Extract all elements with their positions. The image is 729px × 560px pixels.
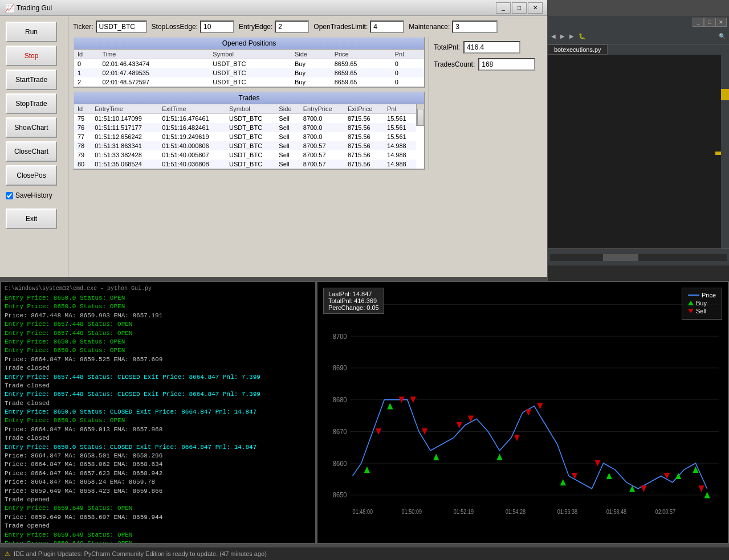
pycharm-maximize[interactable]: □ <box>704 18 715 27</box>
close-chart-button[interactable]: CloseChart <box>6 141 57 162</box>
pycharm-minimize[interactable]: _ <box>693 18 704 27</box>
entry-input[interactable] <box>275 21 309 33</box>
pycharm-forward[interactable]: ▶ <box>560 33 565 39</box>
legend-price-label: Price <box>702 292 716 299</box>
console-line: Trade closed <box>5 364 312 373</box>
pycharm-hscroll-thumb[interactable] <box>603 254 638 261</box>
cell-pnl: 15.561 <box>384 123 416 132</box>
trading-window: 📈 Trading Gui _ □ ✕ Run Stop StartTrade … <box>0 0 547 277</box>
show-chart-button[interactable]: ShowChart <box>6 117 57 138</box>
legend-buy-icon <box>688 301 694 305</box>
stop-trade-button[interactable]: StopTrade <box>6 93 57 114</box>
table-row: 2 02:01:48.572597 USDT_BTC Buy 8659.65 0 <box>74 77 424 87</box>
console-line: Price: 8664.847 MA: 8658.501 EMA: 8658.2… <box>5 452 312 460</box>
title-bar-controls: _ □ ✕ <box>496 2 543 14</box>
svg-marker-42 <box>641 485 646 492</box>
stoploss-input[interactable] <box>200 21 234 33</box>
total-pnl-input[interactable] <box>463 41 520 54</box>
table-row: 77 01:51:12.656242 01:51:19.249619 USDT_… <box>74 132 416 141</box>
save-history-label: SaveHistory <box>15 191 52 199</box>
svg-marker-35 <box>457 422 462 428</box>
chart-stats: LastPnl: 14.847 TotalPnl: 416.369 PercCh… <box>323 288 384 314</box>
pycharm-close[interactable]: ✕ <box>715 18 727 27</box>
table-row: 0 02:01:46.433474 USDT_BTC Buy 8659.65 0 <box>74 59 424 69</box>
trades-table: Id EntryTime ExitTime Symbol Side EntryP… <box>74 104 416 169</box>
cell-side: Sell <box>275 132 299 141</box>
svg-marker-37 <box>514 435 520 441</box>
cell-pnl: 0 <box>392 68 424 77</box>
left-panel: Run Stop StartTrade StopTrade ShowChart … <box>0 16 68 277</box>
cell-id: 76 <box>74 123 91 132</box>
pycharm-debug[interactable]: 🐛 <box>579 33 585 39</box>
table-row: 78 01:51:31.863341 01:51:40.000806 USDT_… <box>74 141 416 150</box>
bottom-split: C:\Windows\system32\cmd.exe - python Gui… <box>0 281 729 544</box>
console-line: Trade closed <box>5 382 312 390</box>
pycharm-search[interactable]: 🔍 <box>719 33 726 39</box>
trades-table-scroll: Id EntryTime ExitTime Symbol Side EntryP… <box>74 104 416 169</box>
cell-exit-price: 8715.56 <box>344 141 384 150</box>
exit-button[interactable]: Exit <box>6 209 57 229</box>
minimize-button[interactable]: _ <box>496 2 511 14</box>
pycharm-back[interactable]: ◀ <box>551 33 556 39</box>
save-history-checkbox[interactable] <box>6 192 13 199</box>
console-line: Entry Price: 8650.0 Status: OPEN <box>5 346 312 355</box>
entry-label: EntryEdge: <box>239 23 272 31</box>
chart-legend: Price Buy Sell <box>682 288 722 320</box>
pycharm-active-tab[interactable]: botexecutions.py <box>548 44 608 55</box>
cell-id: 78 <box>74 141 91 150</box>
upper-area: Opened Positions Id Time Symbol <box>73 36 543 170</box>
console-line: Entry Price: 8657.448 Status: OPEN <box>5 329 312 338</box>
cell-exit-time: 01:51:16.476461 <box>158 114 226 124</box>
opened-positions-section: Opened Positions Id Time Symbol <box>73 36 425 88</box>
app-body: Run Stop StartTrade StopTrade ShowChart … <box>0 16 547 277</box>
pycharm-run[interactable]: ▶ <box>569 33 574 39</box>
cell-side: Sell <box>275 114 299 124</box>
start-trade-button[interactable]: StartTrade <box>6 70 57 90</box>
cell-pnl: 15.561 <box>384 114 416 124</box>
console-line: Price: 8664.847 MA: 8659.525 EMA: 8657.6… <box>5 355 312 364</box>
console-area: C:\Windows\system32\cmd.exe - python Gui… <box>0 281 316 544</box>
cell-side: Sell <box>275 141 299 150</box>
close-button[interactable]: ✕ <box>528 2 543 14</box>
trades-scrollbar[interactable] <box>416 104 424 126</box>
cell-exit-price: 8715.56 <box>344 123 384 132</box>
cell-side: Sell <box>275 150 299 160</box>
maximize-button[interactable]: □ <box>512 2 527 14</box>
pycharm-window: _ □ ✕ ◀ ▶ ▶ 🐛 🔍 botexecutions.py Data Vi… <box>547 16 729 293</box>
console-title: C:\Windows\system32\cmd.exe - python Gui… <box>5 285 312 292</box>
run-button[interactable]: Run <box>6 22 57 42</box>
legend-price: Price <box>688 292 716 299</box>
table-row: 76 01:51:11.517177 01:51:16.482461 USDT_… <box>74 123 416 132</box>
pycharm-toolbar: ◀ ▶ ▶ 🐛 🔍 <box>548 28 729 44</box>
opened-positions-table: Id Time Symbol Side Price Pnl <box>74 50 424 87</box>
cell-pnl: 0 <box>392 59 424 69</box>
pycharm-hscroll[interactable] <box>550 254 727 261</box>
cell-entry-time: 01:51:33.382428 <box>91 150 158 160</box>
svg-text:01:58:48: 01:58:48 <box>606 509 626 516</box>
stats-panel: TotalPnl: TradesCount: <box>429 36 543 170</box>
console-line: Entry Price: 8657.448 Status: CLOSED Exi… <box>5 390 312 399</box>
cell-price: 8659.65 <box>331 77 392 87</box>
ticker-input[interactable] <box>96 21 147 33</box>
console-line: Entry Price: 8650.0 Status: CLOSED Exit … <box>5 408 312 416</box>
trades-col-symbol: Symbol <box>226 104 275 114</box>
total-pnl-label: TotalPnl: <box>434 43 460 51</box>
cell-price: 8659.65 <box>331 68 392 77</box>
stop-button[interactable]: Stop <box>6 46 57 66</box>
cell-id: 1 <box>74 68 99 77</box>
cell-time: 02:01:47.489535 <box>99 68 209 77</box>
console-line: Price: 8647.448 MA: 8659.993 EMA: 8657.1… <box>5 312 312 320</box>
price-chart: 8710 8700 8690 8680 8670 8660 8650 01:48… <box>321 285 724 539</box>
last-pnl-stat: LastPnl: 14.847 <box>328 291 379 297</box>
window-title: Trading Gui <box>17 4 496 12</box>
close-pos-button[interactable]: ClosePos <box>6 165 57 186</box>
opentrades-input[interactable] <box>370 21 404 33</box>
entry-field: EntryEdge: <box>239 21 309 33</box>
scroll-thumb[interactable] <box>417 109 424 126</box>
maintenance-input[interactable] <box>452 21 498 33</box>
trades-count-input[interactable] <box>478 58 535 71</box>
opentrades-label: OpenTradesLimit: <box>313 23 368 31</box>
trades-col-pnl: Pnl <box>384 104 416 114</box>
console-line: Price: 8659.649 MA: 8658.423 EMA: 8659.8… <box>5 487 312 496</box>
cell-exit-time: 01:51:40.005807 <box>158 150 226 160</box>
